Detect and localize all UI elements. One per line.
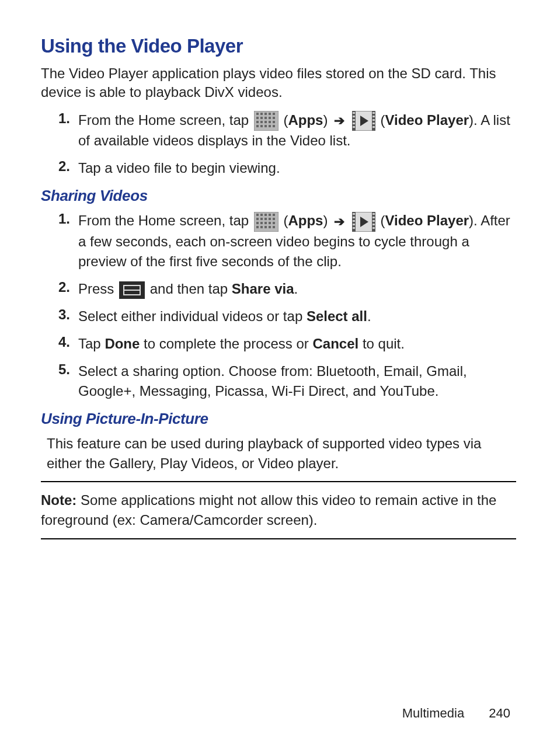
step-body: From the Home screen, tap (Apps) ➔ (Vide…: [78, 110, 516, 151]
footer-page-number: 240: [489, 706, 510, 720]
svg-rect-7: [260, 117, 263, 119]
apps-label: Apps: [288, 112, 323, 128]
step-body: Select a sharing option. Choose from: Bl…: [78, 361, 516, 402]
svg-rect-4: [269, 113, 271, 115]
svg-rect-53: [264, 226, 267, 228]
svg-rect-27: [353, 123, 355, 124]
arrow-icon: ➔: [334, 214, 344, 229]
step-body: From the Home screen, tap (Apps) ➔ (Vide…: [78, 211, 516, 272]
steps-sharing: 1. From the Home screen, tap (Apps) ➔ (V…: [58, 211, 516, 402]
svg-rect-41: [256, 218, 259, 220]
svg-rect-52: [260, 226, 263, 228]
svg-rect-31: [373, 119, 375, 121]
step-item: 2. Press and then tap Share via.: [58, 279, 516, 299]
svg-rect-3: [264, 113, 267, 115]
svg-rect-17: [260, 125, 263, 127]
intro-paragraph: The Video Player application plays video…: [41, 64, 516, 102]
page-title: Using the Video Player: [41, 35, 516, 57]
video-player-label: Video Player: [385, 112, 469, 128]
step-number: 2.: [58, 279, 78, 299]
select-all-label: Select all: [307, 308, 367, 324]
apps-label: Apps: [288, 212, 323, 228]
svg-rect-63: [353, 227, 355, 229]
svg-rect-64: [373, 213, 375, 215]
footer-section: Multimedia: [402, 706, 464, 720]
step-number: 4.: [58, 334, 78, 354]
done-label: Done: [105, 336, 140, 351]
svg-rect-51: [256, 226, 259, 228]
svg-rect-13: [264, 121, 267, 123]
note-label: Note:: [41, 492, 76, 508]
step-number: 1.: [58, 211, 78, 272]
svg-rect-38: [264, 214, 267, 216]
step-body: Tap Done to complete the process or Canc…: [78, 334, 405, 354]
svg-rect-66: [373, 220, 375, 222]
subheading-sharing: Sharing Videos: [41, 187, 516, 205]
video-player-label: Video Player: [385, 212, 469, 228]
step-number: 5.: [58, 361, 78, 402]
menu-button-icon: [119, 281, 145, 299]
svg-rect-42: [260, 218, 263, 220]
svg-rect-12: [260, 121, 263, 123]
svg-rect-40: [273, 214, 275, 216]
svg-rect-20: [273, 125, 275, 127]
svg-rect-16: [256, 125, 259, 127]
svg-rect-1: [256, 113, 259, 115]
cancel-label: Cancel: [313, 336, 359, 351]
share-via-label: Share via: [232, 281, 294, 297]
step-item: 5. Select a sharing option. Choose from:…: [58, 361, 516, 402]
svg-rect-50: [273, 222, 275, 224]
svg-rect-11: [256, 121, 259, 123]
video-player-icon: [352, 212, 375, 232]
note-content: Some applications might not allow this v…: [41, 492, 496, 528]
svg-rect-33: [373, 126, 375, 128]
subheading-pip: Using Picture-In-Picture: [41, 410, 516, 428]
note-text: Note: Some applications might not allow …: [41, 490, 516, 529]
svg-rect-9: [269, 117, 271, 119]
svg-rect-43: [264, 218, 267, 220]
apps-grid-icon: [254, 212, 278, 232]
step-body: Tap a video file to begin viewing.: [78, 158, 280, 179]
svg-rect-49: [269, 222, 271, 224]
step-item: 1. From the Home screen, tap (Apps) ➔ (V…: [58, 211, 516, 272]
pip-paragraph: This feature can be used during playback…: [47, 434, 516, 473]
step-body: Select either individual videos or tap S…: [78, 306, 371, 327]
step-item: 1. From the Home screen, tap (Apps) ➔ (V…: [58, 110, 516, 151]
svg-rect-65: [373, 217, 375, 218]
svg-rect-55: [273, 226, 275, 228]
svg-rect-47: [260, 222, 263, 224]
apps-grid-icon: [254, 111, 278, 131]
svg-rect-37: [260, 214, 263, 216]
svg-rect-28: [353, 126, 355, 128]
step-item: 2. Tap a video file to begin viewing.: [58, 158, 516, 179]
step-number: 1.: [58, 110, 78, 151]
note-box: Note: Some applications might not allow …: [41, 481, 516, 539]
svg-rect-45: [273, 218, 275, 220]
svg-rect-25: [353, 116, 355, 117]
step-number: 2.: [58, 158, 78, 179]
svg-rect-60: [353, 217, 355, 218]
video-player-icon: [352, 111, 375, 131]
svg-rect-59: [353, 213, 355, 215]
svg-rect-54: [269, 226, 271, 228]
svg-rect-30: [373, 116, 375, 117]
svg-rect-14: [269, 121, 271, 123]
svg-rect-10: [273, 117, 275, 119]
svg-rect-5: [273, 113, 275, 115]
svg-rect-44: [269, 218, 271, 220]
step-item: 4. Tap Done to complete the process or C…: [58, 334, 516, 354]
svg-rect-6: [256, 117, 259, 119]
svg-rect-19: [269, 125, 271, 127]
svg-rect-39: [269, 214, 271, 216]
svg-rect-61: [353, 220, 355, 222]
svg-rect-36: [256, 214, 259, 216]
svg-rect-24: [353, 112, 355, 114]
svg-rect-32: [373, 123, 375, 124]
svg-rect-8: [264, 117, 267, 119]
svg-rect-68: [373, 227, 375, 229]
page-footer: Multimedia 240: [402, 706, 510, 721]
svg-rect-29: [373, 112, 375, 114]
steps-main: 1. From the Home screen, tap (Apps) ➔ (V…: [58, 110, 516, 179]
svg-rect-46: [256, 222, 259, 224]
svg-rect-15: [273, 121, 275, 123]
